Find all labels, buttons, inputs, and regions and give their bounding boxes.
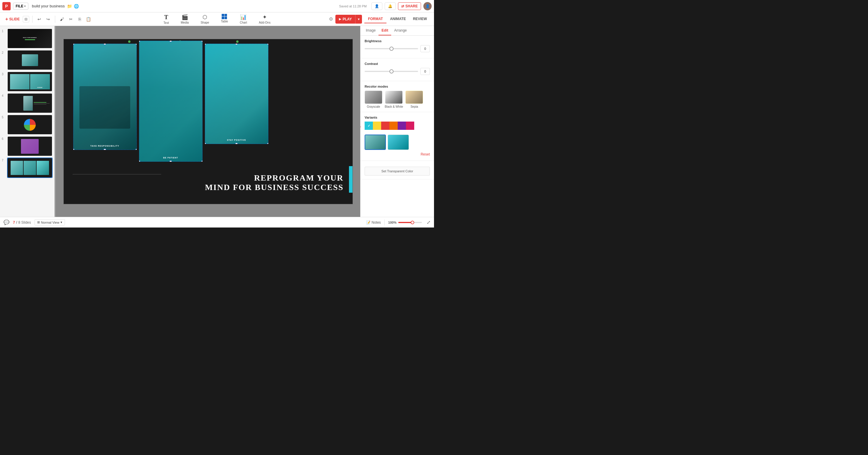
recolor-bw[interactable]: Black & White xyxy=(385,91,403,108)
slide-num-7: 7 xyxy=(2,159,5,162)
variant-purple[interactable] xyxy=(398,122,406,130)
animate-tab[interactable]: ANIMATE xyxy=(386,15,409,23)
slide-img-1[interactable]: BUILD YOUR BUSINESS xyxy=(7,28,53,49)
file-button[interactable]: FILE ▾ xyxy=(13,3,28,10)
paste-button[interactable]: 📋 xyxy=(85,15,92,23)
zoom-slider[interactable] xyxy=(398,222,422,223)
recolor-sepia[interactable]: Sepia xyxy=(405,91,423,108)
slide-img-5[interactable] xyxy=(7,115,53,135)
notifications-button[interactable]: 🔔 xyxy=(385,2,396,10)
variant-yellow[interactable] xyxy=(373,122,381,130)
separator: / xyxy=(16,220,17,225)
handle-3-tr[interactable] xyxy=(267,44,268,45)
variant-thumb-1[interactable] xyxy=(365,135,386,150)
redo-button[interactable]: ↪ xyxy=(44,15,52,23)
handle-3-br[interactable] xyxy=(267,143,268,144)
slide-thumbnail-2[interactable]: 2 xyxy=(2,50,53,70)
handle-2-tl[interactable] xyxy=(139,41,140,42)
paint-button[interactable]: 🖌 xyxy=(58,15,66,23)
folder-icon[interactable]: 📁 xyxy=(67,4,72,8)
media-tool[interactable]: 🎬 Media xyxy=(178,13,191,26)
undo-button[interactable]: ↩ xyxy=(35,15,43,23)
handle-tl[interactable] xyxy=(73,44,74,45)
handle-3-tc[interactable] xyxy=(235,44,238,45)
handle-bc[interactable] xyxy=(104,149,106,150)
avatar[interactable]: 👤 xyxy=(423,2,432,10)
slide-thumbnail-4[interactable]: 4 xyxy=(2,93,53,113)
variants-arrow-row: ✓ xyxy=(365,122,430,132)
contrast-thumb[interactable] xyxy=(390,69,394,73)
format-tab[interactable]: FORMAT xyxy=(364,15,386,23)
handle-2-bl[interactable] xyxy=(139,161,140,162)
copy-button[interactable]: ⎘ xyxy=(76,15,84,23)
scissors-button[interactable]: ✂ xyxy=(67,15,75,23)
play-button[interactable]: ▶ PLAY ▾ xyxy=(335,15,362,24)
text-tool[interactable]: T Text xyxy=(161,13,171,26)
chat-icon[interactable]: 💬 xyxy=(4,220,9,225)
variant-pink[interactable] xyxy=(406,122,414,130)
accent-bar xyxy=(349,166,352,193)
variant-red[interactable] xyxy=(381,122,390,130)
variant-teal[interactable]: ✓ xyxy=(365,122,373,130)
brightness-thumb[interactable] xyxy=(390,46,394,51)
slide-img-7[interactable] xyxy=(7,158,53,178)
slide-img-2[interactable] xyxy=(7,50,53,70)
globe-icon[interactable]: 🌐 xyxy=(74,4,79,8)
handle-2-tc[interactable] xyxy=(169,41,172,42)
handle-bl[interactable] xyxy=(73,149,74,150)
handle-2-tr[interactable] xyxy=(202,41,203,42)
handle-3-tl[interactable] xyxy=(205,44,206,45)
slide-thumbnail-1[interactable]: 1 BUILD YOUR BUSINESS xyxy=(2,28,53,49)
handle-3-bl[interactable] xyxy=(205,143,206,144)
transparent-color-button[interactable]: Set Transparent Color xyxy=(365,167,430,175)
table-tool[interactable]: Table xyxy=(218,13,230,26)
add-slide-button[interactable]: + SLIDE xyxy=(4,15,22,23)
notes-button[interactable]: 📝 Notes xyxy=(366,220,381,225)
share-button[interactable]: ⇄ SHARE xyxy=(398,2,421,10)
slide-img-4[interactable] xyxy=(7,93,53,113)
arrange-tab[interactable]: Arrange xyxy=(391,26,410,35)
canvas-area[interactable]: TAKE RESPONSIBILITY BE PATIENT xyxy=(56,26,360,217)
slide-thumbnail-6[interactable]: 6 xyxy=(2,136,53,156)
image-tab[interactable]: Image xyxy=(363,26,378,35)
slide-thumbnail-3[interactable]: 3 BE PATIENT xyxy=(2,71,53,92)
contrast-value[interactable]: 0 xyxy=(421,68,430,75)
settings-icon[interactable]: ⚙ xyxy=(329,16,333,22)
image-1[interactable]: TAKE RESPONSIBILITY xyxy=(73,44,137,150)
edit-tab[interactable]: Edit xyxy=(378,26,391,35)
variant-thumb-2[interactable] xyxy=(388,135,409,150)
slide-thumbnail-5[interactable]: 5 xyxy=(2,115,53,135)
play-label[interactable]: ▶ PLAY xyxy=(335,17,355,21)
contrast-slider[interactable] xyxy=(365,71,418,72)
profile-button[interactable]: 👤 xyxy=(371,2,382,10)
addons-tool[interactable]: ✦ Add-Ons xyxy=(256,13,273,26)
handle-3-bc[interactable] xyxy=(235,143,238,144)
text-label: Text xyxy=(163,21,169,25)
zoom-handle[interactable] xyxy=(411,221,414,224)
variant-orange[interactable] xyxy=(390,122,398,130)
brightness-slider[interactable] xyxy=(365,48,418,49)
slide-img-3[interactable]: BE PATIENT xyxy=(7,71,53,92)
slide-img-6[interactable] xyxy=(7,136,53,156)
handle-2-bc[interactable] xyxy=(169,161,172,162)
image-2[interactable]: BE PATIENT xyxy=(139,41,203,162)
selection-handle-top-left[interactable] xyxy=(128,40,130,43)
recolor-grayscale[interactable]: Grayscale xyxy=(365,91,382,108)
slide-thumbnail-7[interactable]: 7 xyxy=(2,158,53,178)
handle-tc[interactable] xyxy=(104,44,106,45)
brightness-value[interactable]: 0 xyxy=(421,45,430,52)
handle-br[interactable] xyxy=(135,149,137,150)
fullscreen-icon[interactable]: ⤢ xyxy=(427,220,430,225)
handle-tr[interactable] xyxy=(135,44,137,45)
selection-handle-top-right[interactable] xyxy=(236,40,239,43)
plus-icon: + xyxy=(5,17,8,22)
handle-2-br[interactable] xyxy=(202,161,203,162)
play-dropdown[interactable]: ▾ xyxy=(355,17,362,21)
image-3[interactable]: STAY POSITIVE xyxy=(205,44,268,144)
chart-tool[interactable]: 📊 Chart xyxy=(237,13,249,26)
review-tab[interactable]: REVIEW xyxy=(409,15,430,23)
shape-tool[interactable]: ⬡ Shape xyxy=(198,13,211,26)
reset-button[interactable]: Reset xyxy=(365,152,430,157)
layout-icon[interactable]: ⊟ xyxy=(23,16,29,23)
view-button[interactable]: ⊞ Normal View ▾ xyxy=(35,219,65,225)
